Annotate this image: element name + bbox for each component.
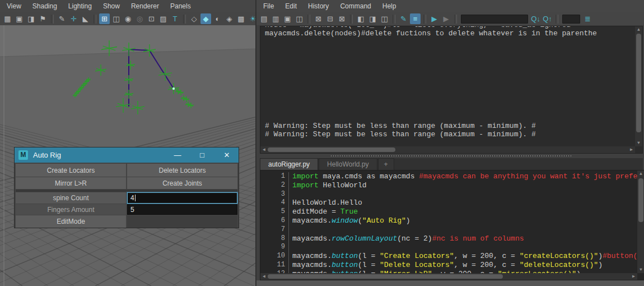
source-script-icon[interactable]: ▥ bbox=[270, 13, 281, 24]
maya-script-editor-window: ViewShadingLightingShowRendererPanels ▦▣… bbox=[0, 0, 644, 286]
menu-file[interactable]: File bbox=[258, 1, 279, 12]
track-tool-icon[interactable]: ✛ bbox=[68, 13, 79, 24]
scroll-right-icon[interactable]: ▶ bbox=[628, 146, 635, 153]
delete-locators-button[interactable]: Delete Locators bbox=[127, 164, 237, 177]
search-down-icon[interactable]: Q↓ bbox=[530, 13, 541, 24]
camera-settings-icon[interactable]: ◨ bbox=[26, 13, 36, 24]
clear-history-icon[interactable]: ⊠ bbox=[313, 13, 324, 24]
scrollbar-thumb[interactable] bbox=[636, 34, 641, 132]
scroll-right-icon[interactable]: ▶ bbox=[630, 273, 637, 280]
code-line: 5editMode = True bbox=[260, 207, 637, 216]
scroll-up-icon[interactable]: ▲ bbox=[635, 26, 642, 33]
load-script-icon[interactable]: ▤ bbox=[259, 13, 269, 24]
scroll-left-icon[interactable]: ◀ bbox=[260, 146, 268, 153]
fingers-amount-field[interactable]: 5 bbox=[127, 204, 237, 215]
tab-autorigger.py[interactable]: autoRigger.py bbox=[260, 158, 318, 170]
minimize-button[interactable]: — bbox=[170, 151, 185, 159]
show-input-pane-icon[interactable]: ◨ bbox=[367, 13, 378, 24]
menu-shading[interactable]: Shading bbox=[27, 1, 63, 12]
scroll-up-icon[interactable]: ▲ bbox=[637, 170, 644, 177]
pane-splitter[interactable] bbox=[260, 154, 643, 158]
execute-icon[interactable]: ▶ bbox=[429, 13, 440, 24]
history-line bbox=[265, 63, 635, 71]
gate-mask-icon[interactable]: ◎ bbox=[134, 13, 145, 24]
new-tab-button[interactable]: + bbox=[378, 158, 394, 170]
history-line: # Warning: Step must be less than range … bbox=[265, 130, 635, 139]
menu-view[interactable]: View bbox=[1, 1, 27, 12]
viewport-panel: ViewShadingLightingShowRendererPanels ▦▣… bbox=[0, 0, 255, 286]
line-number: 5 bbox=[260, 207, 289, 216]
camera-lock-icon[interactable]: ▣ bbox=[14, 13, 25, 24]
clear-input-icon[interactable]: ⊟ bbox=[325, 13, 335, 24]
default-material-icon[interactable]: ◈ bbox=[224, 13, 235, 24]
code-line: 9 bbox=[260, 243, 637, 252]
menu-show[interactable]: Show bbox=[97, 1, 125, 12]
menu-panels[interactable]: Panels bbox=[165, 1, 197, 12]
scroll-down-icon[interactable]: ▼ bbox=[635, 140, 642, 146]
search-up-icon[interactable]: Q↑ bbox=[542, 13, 553, 24]
code-horizontal-scrollbar[interactable]: ◀ ▶ bbox=[260, 273, 637, 280]
edit-mode-button[interactable]: EditMode bbox=[16, 215, 126, 228]
create-joints-button[interactable]: Create Joints bbox=[127, 177, 237, 189]
menu-history[interactable]: History bbox=[302, 1, 334, 12]
resolution-gate-icon[interactable]: ◉ bbox=[123, 13, 133, 24]
history-line bbox=[265, 46, 635, 54]
save-selected-icon[interactable]: ◫ bbox=[294, 13, 305, 24]
window-edge bbox=[256, 280, 644, 286]
menu-lighting[interactable]: Lighting bbox=[63, 1, 97, 12]
toolbar-separator bbox=[183, 15, 186, 24]
show-both-panes-icon[interactable]: ◫ bbox=[379, 13, 390, 24]
execute-all-icon[interactable]: ▶ bbox=[441, 13, 451, 24]
film-gate-icon[interactable]: ◫ bbox=[111, 13, 122, 24]
save-script-icon[interactable]: ▣ bbox=[282, 13, 293, 24]
spine-count-field[interactable]: 4 bbox=[127, 192, 237, 204]
field-chart-icon[interactable]: ⊡ bbox=[146, 13, 157, 24]
line-numbers-icon[interactable]: ≡ bbox=[410, 13, 421, 24]
clear-all-icon[interactable]: ⊠ bbox=[337, 13, 347, 24]
menu-edit[interactable]: Edit bbox=[279, 1, 302, 12]
history-line bbox=[265, 38, 635, 46]
safe-action-icon[interactable]: ▨ bbox=[158, 13, 169, 24]
history-vertical-scrollbar[interactable]: ▲ ▼ bbox=[635, 26, 642, 146]
scrollbar-thumb[interactable] bbox=[638, 178, 643, 222]
line-number: 6 bbox=[260, 216, 289, 225]
create-locators-button[interactable]: Create Locators bbox=[16, 164, 126, 177]
tab-helloworld.py[interactable]: HelloWorld.py bbox=[319, 158, 377, 170]
scroll-down-icon[interactable]: ▼ bbox=[637, 266, 644, 273]
brush-tool-icon[interactable]: ◣ bbox=[80, 13, 91, 24]
close-button[interactable]: ✕ bbox=[220, 151, 234, 159]
code-vertical-scrollbar[interactable]: ▲ ▼ bbox=[637, 170, 644, 273]
maximize-button[interactable]: □ bbox=[195, 151, 209, 159]
show-history-pane-icon[interactable]: ◧ bbox=[356, 13, 366, 24]
search-input[interactable] bbox=[461, 15, 528, 24]
xray-icon[interactable]: ▩ bbox=[236, 13, 246, 24]
scrollbar-thumb[interactable] bbox=[268, 147, 395, 152]
scrollbar-thumb[interactable] bbox=[268, 274, 503, 279]
menu-renderer[interactable]: Renderer bbox=[125, 1, 165, 12]
textured-icon[interactable]: ◐ bbox=[212, 13, 223, 24]
viewport-toolbar: ▦▣◨⚑✎✛◣⊞◫◉◎⊡▨T◇◆◐◈▩☀●◕ bbox=[0, 12, 255, 25]
code-editor-pane[interactable]: 1import maya.cmds as mayacmds #mayacmds … bbox=[260, 170, 644, 280]
menu-command[interactable]: Command bbox=[334, 1, 376, 12]
bookmark-icon[interactable]: ⚑ bbox=[38, 13, 48, 24]
code-text: mayacmds.window("Auto Rig") bbox=[292, 216, 637, 225]
dialog-titlebar[interactable]: M Auto Rig — □ ✕ bbox=[15, 147, 239, 163]
history-pane[interactable]: nodes = mayacmds.ls("Loc_*")#ls lists ev… bbox=[260, 26, 643, 154]
scroll-left-icon[interactable]: ◀ bbox=[260, 273, 268, 280]
menu-help[interactable]: Help bbox=[377, 1, 402, 12]
shaded-cube-icon[interactable]: ◆ bbox=[200, 13, 211, 24]
goto-line-icon[interactable]: ≣ bbox=[582, 13, 593, 24]
grid-icon[interactable]: ⊞ bbox=[99, 13, 110, 24]
wireframe-cube-icon[interactable]: ◇ bbox=[189, 13, 199, 24]
dialog-separator bbox=[16, 190, 237, 192]
history-horizontal-scrollbar[interactable]: ◀ ▶ bbox=[260, 146, 635, 153]
mirror-button[interactable]: Mirror L>R bbox=[16, 177, 126, 189]
grease-pencil-icon[interactable]: ✎ bbox=[57, 13, 67, 24]
splitter-handle bbox=[331, 155, 572, 156]
code-text: editMode = True bbox=[292, 207, 637, 216]
camera-icon[interactable]: ▦ bbox=[2, 13, 13, 24]
goto-line-input[interactable] bbox=[562, 15, 580, 24]
safe-title-icon[interactable]: T bbox=[170, 13, 180, 24]
command-completion-icon[interactable]: ✎ bbox=[398, 13, 409, 24]
line-number: 11 bbox=[260, 261, 289, 270]
